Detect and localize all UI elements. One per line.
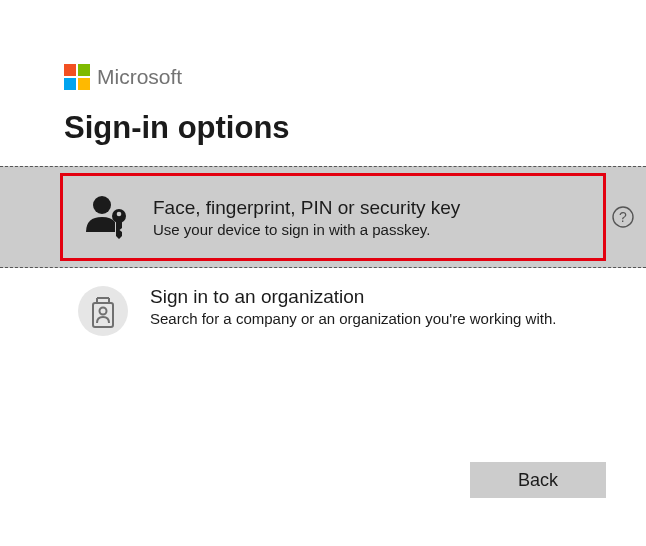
microsoft-logo-icon xyxy=(64,64,90,90)
brand-row: Microsoft xyxy=(64,64,582,90)
page-title: Sign-in options xyxy=(64,110,582,146)
option-organization-description: Search for a company or an organization … xyxy=(150,310,588,327)
option-passkey-title: Face, fingerprint, PIN or security key xyxy=(153,197,553,219)
option-passkey[interactable]: Face, fingerprint, PIN or security key U… xyxy=(60,173,606,261)
organization-badge-icon xyxy=(78,286,128,336)
option-organization[interactable]: Sign in to an organization Search for a … xyxy=(60,268,606,354)
option-organization-title: Sign in to an organization xyxy=(150,286,588,308)
option-passkey-wrapper: Face, fingerprint, PIN or security key U… xyxy=(0,166,646,268)
brand-name: Microsoft xyxy=(97,65,182,89)
help-icon[interactable]: ? xyxy=(612,206,634,228)
svg-text:?: ? xyxy=(619,209,627,225)
svg-point-0 xyxy=(93,196,111,214)
option-passkey-description: Use your device to sign in with a passke… xyxy=(153,221,553,238)
back-button[interactable]: Back xyxy=(470,462,606,498)
passkey-icon xyxy=(81,192,131,242)
svg-point-6 xyxy=(100,308,107,315)
svg-point-2 xyxy=(117,212,122,217)
